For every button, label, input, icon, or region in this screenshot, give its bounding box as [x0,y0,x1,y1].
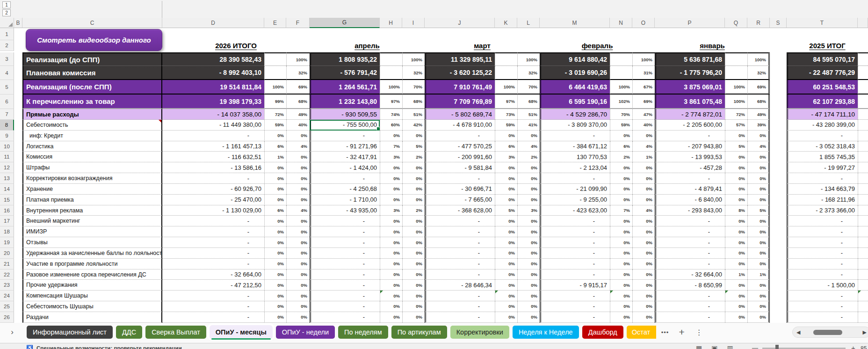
row-header-6[interactable]: 6 [0,95,14,109]
sheet-tab-ДДС[interactable]: ДДС [116,326,142,339]
cell-feb-pct1-r13[interactable]: 0% [610,173,632,184]
cell-apr-value-r5[interactable]: 1 264 561,71 [310,80,380,95]
cell-mar-value-r15[interactable]: - 7 665,00 [425,195,495,205]
cell-y2026-pct2-r17[interactable]: 0% [286,216,310,226]
cell-apr-pct2-r19[interactable]: 0% [402,237,425,248]
cell-mar-pct1-r25[interactable]: 0% [495,301,517,312]
cell-total-value-r11[interactable]: 1 855 745,35 [787,152,858,162]
cell-feb-pct2-r16[interactable]: 4% [632,205,655,216]
cell-U6[interactable] [858,95,868,109]
cell-y2026-value-r12[interactable]: - 13 586,16 [162,162,264,173]
cell-mar-value-r20[interactable]: - [425,248,495,259]
cell-apr-pct2-r5[interactable]: 70% [402,80,425,95]
cell-feb-value-r17[interactable]: - [540,216,610,226]
cell-apr-pct1-r6[interactable]: 97% [380,95,402,109]
cell-jan-value-r13[interactable]: - [655,173,725,184]
cell-mar-pct1-r5[interactable]: 100% [495,80,517,95]
cell-mar-pct2-r21[interactable]: 0% [517,259,540,269]
row-header-1[interactable]: 1 [0,28,14,40]
row-header-14[interactable]: 14 [0,184,14,195]
cell-feb-value-r21[interactable]: - [540,259,610,269]
cell-y2026-pct2-r14[interactable]: 0% [286,184,310,195]
cell-jan-pct2-r23[interactable]: 0% [747,280,770,291]
cell-B6[interactable] [14,95,22,109]
cell-jan-value-r11[interactable]: - 13 993,53 [655,152,725,162]
cell-mar-value-r18[interactable]: - [425,226,495,237]
cell-apr-pct1-r22[interactable]: 0% [380,269,402,280]
cell-apr-value-r14[interactable]: - 4 250,68 [310,184,380,195]
cell-jan-pct1-r16[interactable]: 8% [725,205,747,216]
more-sheets-icon[interactable]: ••• [661,329,669,336]
cell-U23[interactable] [858,280,868,291]
cell-apr-value-r8[interactable]: - 755 500,00 [310,120,380,131]
column-header-E[interactable]: E [264,18,286,28]
cell-total-value-r19[interactable]: - [787,237,858,248]
cell-total-value-r7[interactable]: - 47 174 711,10 [787,109,858,120]
scroll-left-icon[interactable]: ◀ [796,329,800,335]
column-header-I[interactable]: I [402,18,425,28]
cell-jan-pct1-r10[interactable]: 5% [725,141,747,152]
cell-y2026-value-r5[interactable]: 19 514 811,84 [162,80,264,95]
row-header-10[interactable]: 10 [0,141,14,152]
cell-mar-pct1-r22[interactable]: 0% [495,269,517,280]
cell-feb-pct2-r7[interactable]: 47% [632,109,655,120]
cell-apr-value-r20[interactable]: - [310,248,380,259]
cell-y2026-pct2-r15[interactable]: 0% [286,195,310,205]
cell-mar-value-r8[interactable]: - 4 678 910,00 [425,120,495,131]
cell-apr-pct2-r13[interactable]: 0% [402,173,425,184]
cell-mar-pct1-r14[interactable]: 0% [495,184,517,195]
cell-B10[interactable] [14,141,22,152]
cell-feb-pct1-r9[interactable]: 0% [610,131,632,141]
cell-jan-value-r9[interactable]: - [655,131,725,141]
row-header-7[interactable]: 7 [0,109,14,120]
cell-mar-value-r4[interactable]: - 3 620 125,22 [425,66,495,80]
cell-total-value-r8[interactable]: - 43 280 399,00 [787,120,858,131]
cell-U24[interactable] [858,291,868,301]
cell-jan-pct1-r6[interactable]: 100% [725,95,747,109]
cell-total-value-r12[interactable]: - 19 997,27 [787,162,858,173]
column-header-K[interactable]: K [495,18,517,28]
cell-jan-pct1-r14[interactable]: 0% [725,184,747,195]
cell-apr-pct1-r13[interactable]: 0% [380,173,402,184]
cell-apr-pct1-r16[interactable]: 3% [380,205,402,216]
cell-feb-pct1-r26[interactable]: 0% [610,312,632,323]
cell-y2026-value-r6[interactable]: 19 398 179,33 [162,95,264,109]
zoom-out-button[interactable]: — [752,344,758,349]
cell-y2026-pct1-r5[interactable]: 100% [264,80,286,95]
cell-jan-pct1-r15[interactable]: 0% [725,195,747,205]
cell-U13[interactable] [858,173,868,184]
cell-feb-pct2-r8[interactable]: 40% [632,120,655,131]
cell-mar-value-r5[interactable]: 7 910 761,49 [425,80,495,95]
cell-apr-pct1-r26[interactable]: 0% [380,312,402,323]
page-break-icon[interactable]: ▥ [727,344,733,349]
cell-apr-value-r19[interactable]: - [310,237,380,248]
cell-apr-pct2-r9[interactable]: 0% [402,131,425,141]
cell-total-value-r25[interactable]: - [787,301,858,312]
cell-apr-pct2-r18[interactable]: 0% [402,226,425,237]
cell-apr-value-r22[interactable]: - [310,269,380,280]
cell-apr-pct1-r14[interactable]: 0% [380,184,402,195]
column-header-M[interactable]: M [540,18,610,28]
cell-B26[interactable] [14,312,22,323]
row-header-12[interactable]: 12 [0,162,14,173]
cell-apr-pct2-r10[interactable]: 5% [402,141,425,152]
cell-jan-pct2-r9[interactable]: 0% [747,131,770,141]
cell-y2026-pct1-r26[interactable]: 0% [264,312,286,323]
cell-jan-pct2-r22[interactable]: 1% [747,269,770,280]
cell-y2026-pct1-r21[interactable]: 0% [264,259,286,269]
cell-mar-value-r10[interactable]: - 477 570,25 [425,141,495,152]
cell-mar-pct2-r25[interactable]: 0% [517,301,540,312]
cell-mar-pct2-r4[interactable]: 32% [517,66,540,80]
cell-y2026-pct1-r8[interactable]: 59% [264,120,286,131]
cell-jan-value-r24[interactable]: - [655,291,725,301]
cell-feb-value-r20[interactable]: - [540,248,610,259]
column-header-H[interactable]: H [380,18,402,28]
cell-apr-pct1-r11[interactable]: 3% [380,152,402,162]
cell-apr-value-r16[interactable]: - 43 935,00 [310,205,380,216]
cell-jan-value-r17[interactable]: - [655,216,725,226]
cell-y2026-pct2-r5[interactable]: 69% [286,80,310,95]
cell-feb-pct2-r22[interactable]: 0% [632,269,655,280]
cell-y2026-pct1-r9[interactable]: 0% [264,131,286,141]
cell-y2026-pct1-r16[interactable]: 6% [264,205,286,216]
cell-feb-pct1-r19[interactable]: 0% [610,237,632,248]
